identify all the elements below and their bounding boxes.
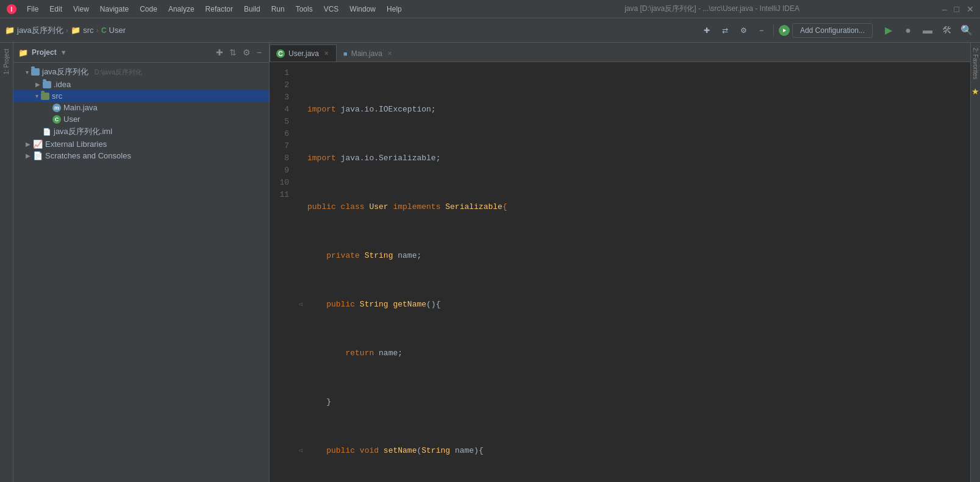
menu-vcs[interactable]: VCS xyxy=(319,4,344,15)
code-line-3: public class User implements Serializabl… xyxy=(299,201,970,213)
coverage-button[interactable]: ▬ xyxy=(919,23,936,38)
code-line-6: return name; xyxy=(299,347,970,360)
line-num-6: 6 xyxy=(270,128,289,140)
close-panel-button[interactable]: − xyxy=(754,24,768,37)
main-java-icon: m xyxy=(52,104,61,112)
svg-text:I: I xyxy=(11,6,13,13)
panel-sort-button[interactable]: ⇅ xyxy=(227,46,239,58)
project-header: 📁 Project ▼ ✚ ⇅ ⚙ − xyxy=(13,43,269,63)
menu-code[interactable]: Code xyxy=(135,4,162,15)
panel-settings-button[interactable]: ⚙ xyxy=(240,46,253,58)
add-configuration-button[interactable]: Add Configuration... xyxy=(792,23,873,38)
tab-main-java-label: Main.java xyxy=(351,49,382,58)
menu-file[interactable]: File xyxy=(22,4,43,15)
tab-main-java-close[interactable]: ✕ xyxy=(386,49,393,57)
user-class-icon: C xyxy=(52,115,61,124)
menu-window[interactable]: Window xyxy=(345,4,381,15)
tab-main-java-icon: ■ xyxy=(343,50,348,57)
line-num-10: 10 xyxy=(270,177,289,189)
breadcrumb-file[interactable]: User xyxy=(109,26,126,35)
tab-user-java[interactable]: C User.java ✕ xyxy=(270,44,337,62)
favorites-label[interactable]: 2: Favorites xyxy=(972,43,979,84)
tree-item-user[interactable]: ▶ C User xyxy=(13,113,269,125)
tree-label-user: User xyxy=(63,115,80,124)
panel-new-button[interactable]: ✚ xyxy=(213,46,226,58)
tree-label-src: src xyxy=(52,91,62,101)
breadcrumb-project[interactable]: java反序列化 xyxy=(17,25,63,36)
expand-arrow-idea: ▶ xyxy=(35,81,40,88)
menu-view[interactable]: View xyxy=(68,4,94,15)
folder-icon: 📁 xyxy=(5,26,15,35)
minimize-button[interactable]: – xyxy=(942,4,947,14)
menu-navigate[interactable]: Navigate xyxy=(95,4,134,15)
code-line-4: private String name; xyxy=(299,250,970,262)
tree-item-src[interactable]: ▾ src xyxy=(13,90,269,102)
folder-icon-header: 📁 xyxy=(18,48,28,57)
run-button[interactable]: ▶ xyxy=(880,23,897,38)
code-editor[interactable]: 1 2 3 4 5 6 7 8 9 10 11 import java.io.I… xyxy=(270,62,970,482)
tree-label-idea: .idea xyxy=(54,80,71,89)
code-line-7: } xyxy=(299,396,970,408)
breadcrumb-sep-1: › xyxy=(66,26,68,35)
line-num-4: 4 xyxy=(270,104,289,116)
line-num-1: 1 xyxy=(270,67,289,79)
code-line-1: import java.io.IOException; xyxy=(299,104,970,116)
panel-header-buttons: ✚ ⇅ ⚙ − xyxy=(213,46,264,58)
line-num-7: 7 xyxy=(270,140,289,152)
code-line-8: ◁ public void setName(String name){ xyxy=(299,445,970,457)
menu-tools[interactable]: Tools xyxy=(291,4,318,15)
window-title: java [D:\java反序列化] - ...\src\User.java -… xyxy=(482,4,942,14)
tree-item-root[interactable]: ▾ java反序列化 D:\java反序列化 xyxy=(13,65,269,79)
app-logo: I xyxy=(6,4,17,15)
menu-analyze[interactable]: Analyze xyxy=(163,4,199,15)
split-button[interactable]: ⇄ xyxy=(717,24,733,37)
sidebar-strip: 1: Project xyxy=(0,43,13,482)
new-file-button[interactable]: ✚ xyxy=(699,24,715,37)
tree-item-scratches[interactable]: ▶ 📄 Scratches and Consoles xyxy=(13,150,269,161)
project-panel-label[interactable]: 1: Project xyxy=(3,45,10,78)
tree-item-idea[interactable]: ▶ .idea xyxy=(13,79,269,90)
project-dropdown-icon[interactable]: ▼ xyxy=(60,49,67,56)
tree-label-ext-libs: External Libraries xyxy=(45,140,107,149)
gutter-8: ◁ xyxy=(299,445,307,457)
settings-button[interactable]: ⚙ xyxy=(735,24,752,37)
menu-run[interactable]: Run xyxy=(266,4,290,15)
main-layout: 1: Project 📁 Project ▼ ✚ ⇅ ⚙ − ▾ java反序列… xyxy=(0,43,980,482)
svg-marker-2 xyxy=(783,29,786,32)
toolbar: 📁 java反序列化 › 📁 src › C User ✚ ⇄ ⚙ − Add … xyxy=(0,18,980,43)
root-folder-icon xyxy=(31,68,40,76)
menu-refactor[interactable]: Refactor xyxy=(201,4,238,15)
idea-folder-icon xyxy=(43,81,51,88)
code-content[interactable]: import java.io.IOException; import java.… xyxy=(294,62,970,482)
expand-arrow-ext: ▶ xyxy=(26,141,30,147)
panel-close-button[interactable]: − xyxy=(254,46,264,58)
class-icon: C xyxy=(101,26,107,35)
breadcrumb-sep-2: › xyxy=(96,26,99,35)
line-num-8: 8 xyxy=(270,152,289,165)
tab-user-java-icon: C xyxy=(276,49,285,58)
close-button[interactable]: ✕ xyxy=(967,4,974,14)
tab-user-java-label: User.java xyxy=(288,49,319,58)
line-num-9: 9 xyxy=(270,165,289,177)
build-button[interactable]: 🛠 xyxy=(939,23,956,38)
menu-edit[interactable]: Edit xyxy=(45,4,67,15)
tree-item-main[interactable]: ▶ m Main.java xyxy=(13,102,269,113)
line-num-2: 2 xyxy=(270,79,289,91)
line-num-3: 3 xyxy=(270,91,289,104)
menu-build[interactable]: Build xyxy=(239,4,265,15)
project-tree: ▾ java反序列化 D:\java反序列化 ▶ .idea ▾ src ▶ m xyxy=(13,63,269,482)
code-line-5: ◁ public String getName(){ xyxy=(299,299,970,311)
star-icon[interactable]: ★ xyxy=(971,87,979,96)
tab-user-java-close[interactable]: ✕ xyxy=(323,49,330,57)
breadcrumb-src[interactable]: src xyxy=(83,26,93,35)
code-line-2: import java.io.Serializable; xyxy=(299,152,970,165)
maximize-button[interactable]: □ xyxy=(954,4,959,14)
search-everywhere-button[interactable]: 🔍 xyxy=(958,23,975,38)
menu-help[interactable]: Help xyxy=(382,4,407,15)
expand-arrow-src: ▾ xyxy=(35,93,38,99)
tree-item-ext-libs[interactable]: ▶ 📈 External Libraries xyxy=(13,138,269,150)
tab-main-java[interactable]: ■ Main.java ✕ xyxy=(337,44,400,62)
debug-button[interactable]: ● xyxy=(900,23,917,38)
tree-item-iml[interactable]: ▶ 📄 java反序列化.iml xyxy=(13,125,269,138)
scratches-icon: 📄 xyxy=(33,151,43,160)
